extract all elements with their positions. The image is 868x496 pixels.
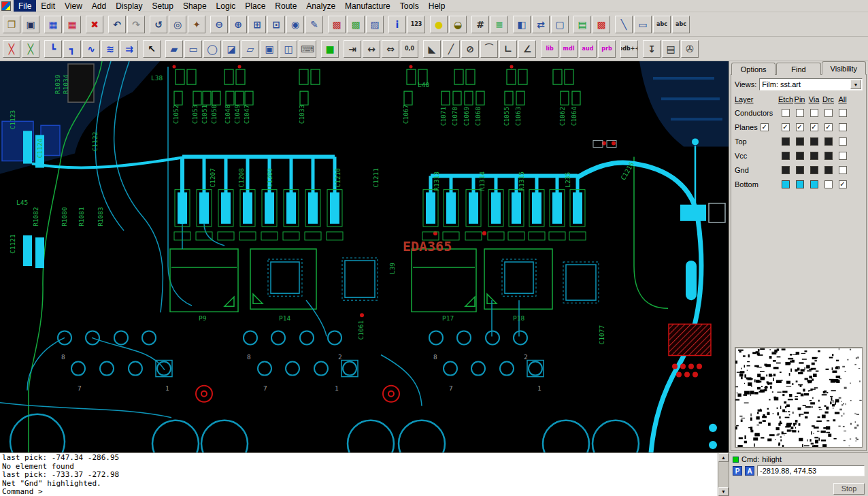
unrats-all-icon[interactable]: ◎: [169, 16, 186, 33]
layer-checkbox[interactable]: [839, 180, 847, 188]
custom-smooth-icon[interactable]: ∿: [82, 40, 100, 58]
origin-icon[interactable]: 0,0: [401, 40, 418, 58]
grid-toggle-icon[interactable]: #: [471, 16, 489, 33]
plot-artwork-icon[interactable]: ▦: [63, 16, 81, 33]
column-header-all[interactable]: All: [835, 95, 850, 103]
design-edit-icon[interactable]: ✎: [305, 16, 323, 33]
save-icon[interactable]: ▣: [22, 16, 39, 33]
edit-boundary-icon[interactable]: ◫: [280, 40, 297, 58]
delete-icon[interactable]: ✖: [86, 16, 103, 33]
menu-manufacture[interactable]: Manufacture: [340, 0, 395, 12]
layer-swatch[interactable]: [824, 166, 833, 174]
stop-button[interactable]: Stop: [833, 483, 865, 495]
zoom-fit-icon[interactable]: ⊡: [267, 16, 285, 33]
column-header-drc[interactable]: Drc: [821, 95, 835, 103]
shadow-mode-icon[interactable]: ▨: [366, 16, 384, 33]
arc-icon[interactable]: ⌒: [480, 40, 498, 58]
command-scrollbar[interactable]: ▲ ▼: [718, 453, 729, 496]
fix-icon[interactable]: ✦: [188, 16, 205, 33]
layer-swatch[interactable]: [810, 180, 818, 188]
void-rect-icon[interactable]: ▣: [261, 40, 278, 58]
layer-checkbox[interactable]: [824, 123, 833, 131]
dynamic-shape-icon[interactable]: ■: [321, 40, 339, 58]
menu-route[interactable]: Route: [270, 0, 301, 12]
pointer-icon[interactable]: ↖: [143, 40, 161, 58]
cross-section-icon[interactable]: ◧: [513, 16, 531, 33]
layer-checkbox[interactable]: [782, 109, 790, 117]
perpendicular-icon[interactable]: ∟: [499, 40, 517, 58]
menu-display[interactable]: Display: [111, 0, 147, 12]
layer-swatch[interactable]: [824, 137, 833, 146]
measure-icon[interactable]: ↔: [363, 40, 380, 58]
shape-polygon-icon[interactable]: ▰: [165, 40, 183, 58]
keyboard-icon[interactable]: ⌨: [299, 40, 316, 58]
shape-rect-icon[interactable]: ▭: [184, 40, 202, 58]
redraw-icon[interactable]: ↺: [150, 16, 167, 33]
layer-checkbox[interactable]: [810, 109, 818, 117]
menu-shape[interactable]: Shape: [178, 0, 212, 12]
zoom-by-points-icon[interactable]: ⊞: [248, 16, 266, 33]
color-priority-icon[interactable]: ▩: [328, 16, 346, 33]
void-polygon-icon[interactable]: ▱: [241, 40, 259, 58]
layer-swatch[interactable]: [796, 137, 804, 146]
layer-checkbox[interactable]: [782, 123, 790, 131]
scroll-up-icon[interactable]: ▲: [718, 453, 729, 462]
menu-edit[interactable]: Edit: [36, 0, 60, 12]
menu-place[interactable]: Place: [240, 0, 270, 12]
design-canvas[interactable]: C1123R1039R1034C1124C1122L45R1082R1080R1…: [0, 61, 729, 452]
menu-setup[interactable]: Setup: [148, 0, 178, 12]
layer-checkbox[interactable]: [839, 166, 847, 174]
rats-net-icon[interactable]: ╳: [3, 40, 20, 58]
shape-circle-icon[interactable]: ◯: [203, 40, 221, 58]
menu-logic[interactable]: Logic: [212, 0, 241, 12]
layer-swatch[interactable]: [782, 152, 790, 160]
layers-icon[interactable]: ≡: [490, 16, 508, 33]
layer-swatch[interactable]: [796, 180, 804, 188]
aud-icon[interactable]: aud: [579, 40, 597, 58]
layer-checkbox[interactable]: [824, 109, 833, 117]
delay-tune-icon[interactable]: ≋: [101, 40, 119, 58]
menu-tools[interactable]: Tools: [395, 0, 424, 12]
chamfer-icon[interactable]: ◣: [423, 40, 441, 58]
padstack-edit-icon[interactable]: ▩: [592, 16, 610, 33]
dimension-icon[interactable]: ⇔: [382, 40, 399, 58]
layer-swatch[interactable]: [810, 137, 818, 146]
plot-setup-icon[interactable]: ▦: [44, 16, 62, 33]
layer-checkbox[interactable]: [839, 137, 847, 146]
odb-icon[interactable]: odb++: [620, 40, 638, 58]
via-drill-icon[interactable]: ↧: [643, 40, 661, 58]
column-header-etch[interactable]: Etch: [778, 95, 792, 103]
lib-icon[interactable]: lib: [541, 40, 558, 58]
menu-help[interactable]: Help: [424, 0, 450, 12]
tab-find[interactable]: Find: [776, 63, 820, 75]
layer-swatch[interactable]: [824, 152, 833, 160]
shape-select-icon[interactable]: ◪: [222, 40, 240, 58]
add-connect-icon[interactable]: ┗: [44, 40, 62, 58]
spacing-icon[interactable]: ⇥: [344, 40, 361, 58]
add-text-icon[interactable]: abc: [653, 16, 671, 33]
screenshot-icon[interactable]: ✇: [681, 40, 699, 58]
layer-checkbox[interactable]: [796, 109, 804, 117]
pick-mode-button[interactable]: P: [733, 466, 742, 476]
command-log[interactable]: last pick: -747.34 -286.95No element fou…: [0, 453, 718, 496]
zoom-in-icon[interactable]: ⊕: [229, 16, 247, 33]
layer-swatch[interactable]: [810, 166, 818, 174]
layer-swatch[interactable]: [796, 152, 804, 160]
add-rect-icon[interactable]: ▭: [634, 16, 652, 33]
column-header-via[interactable]: Via: [807, 95, 821, 103]
tab-options[interactable]: Options: [731, 63, 775, 75]
line-45-icon[interactable]: ╱: [442, 40, 460, 58]
menu-view[interactable]: View: [60, 0, 87, 12]
views-dropdown[interactable]: Film: sst.art ▼: [759, 78, 863, 90]
layer-swatch[interactable]: [782, 166, 790, 174]
slide-icon[interactable]: ┓: [63, 40, 81, 58]
show-measure-icon[interactable]: 123: [407, 16, 425, 33]
layer-swatch[interactable]: [796, 166, 804, 174]
redo-icon[interactable]: ↷: [127, 16, 145, 33]
menu-add[interactable]: Add: [87, 0, 111, 12]
add-line-icon[interactable]: ╲: [615, 16, 633, 33]
layer-checkbox[interactable]: [810, 123, 818, 131]
board-outline-icon[interactable]: ▢: [551, 16, 569, 33]
highlight-icon[interactable]: ●: [430, 16, 448, 33]
mdl-icon[interactable]: mdl: [560, 40, 578, 58]
